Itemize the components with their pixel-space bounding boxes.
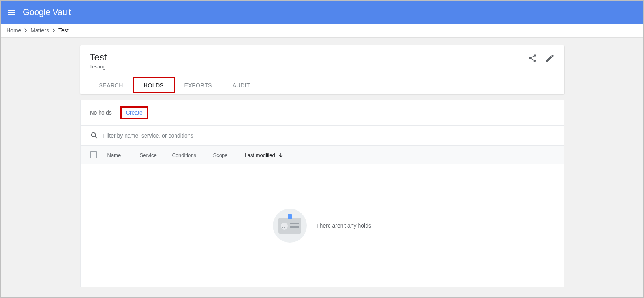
- chevron-right-icon: [50, 26, 58, 34]
- tab-exports[interactable]: EXPORTS: [174, 78, 222, 94]
- breadcrumb-current: Test: [58, 27, 69, 34]
- col-last-modified[interactable]: Last modified: [245, 152, 296, 158]
- empty-message: There aren't any holds: [316, 223, 371, 229]
- tab-audit[interactable]: AUDIT: [222, 78, 261, 94]
- col-scope[interactable]: Scope: [213, 152, 245, 158]
- tabs: SEARCH HOLDS EXPORTS AUDIT: [80, 78, 564, 94]
- tab-holds[interactable]: HOLDS: [133, 78, 174, 94]
- table-header: Name Service Conditions Scope Last modif…: [81, 146, 564, 164]
- edit-icon[interactable]: [545, 53, 555, 63]
- col-name[interactable]: Name: [107, 152, 140, 158]
- share-icon[interactable]: [528, 53, 537, 63]
- filter-row: [81, 126, 564, 146]
- matter-card: Test Testing SEARCH HOLDS EXPORTS AUDIT: [80, 45, 564, 94]
- holds-count-text: No holds: [90, 109, 112, 116]
- menu-icon[interactable]: [7, 8, 17, 17]
- matter-title: Test: [90, 52, 528, 63]
- breadcrumb-home[interactable]: Home: [6, 27, 21, 34]
- arrow-down-icon: [278, 152, 284, 158]
- empty-state: • • There aren't any holds: [81, 164, 564, 287]
- tab-search[interactable]: SEARCH: [89, 78, 133, 94]
- chevron-right-icon: [22, 26, 30, 34]
- breadcrumb-matters[interactable]: Matters: [30, 27, 49, 34]
- holds-panel: No holds Create Name Service Conditions …: [80, 100, 564, 287]
- breadcrumb: Home Matters Test: [1, 24, 643, 38]
- content-area: Test Testing SEARCH HOLDS EXPORTS AUDIT: [1, 38, 643, 293]
- col-conditions[interactable]: Conditions: [172, 152, 213, 158]
- select-all-checkbox[interactable]: [90, 151, 97, 158]
- col-service[interactable]: Service: [140, 152, 172, 158]
- logo-google: Google: [23, 7, 50, 17]
- matter-subtitle: Testing: [90, 64, 528, 70]
- filter-input[interactable]: [103, 132, 554, 139]
- app-logo[interactable]: Google Vault: [23, 7, 71, 17]
- col-last-modified-label: Last modified: [245, 152, 275, 158]
- create-button[interactable]: Create: [122, 107, 146, 118]
- toolbar: No holds Create: [81, 100, 564, 126]
- logo-vault: Vault: [50, 7, 71, 17]
- app-header: Google Vault: [1, 1, 643, 24]
- badge-icon: • •: [273, 209, 307, 243]
- search-icon: [90, 131, 99, 140]
